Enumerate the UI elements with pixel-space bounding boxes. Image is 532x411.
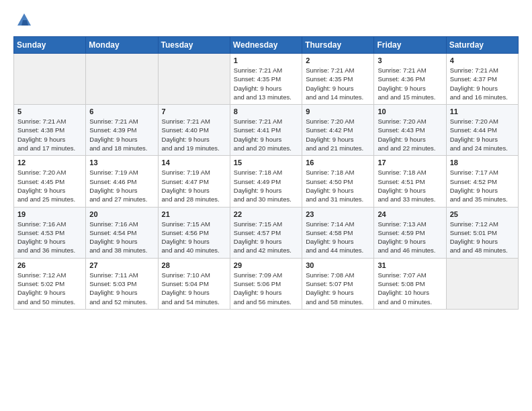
calendar-cell: 23Sunrise: 7:14 AMSunset: 4:58 PMDayligh… <box>302 207 374 258</box>
calendar-week-2: 12Sunrise: 7:20 AMSunset: 4:45 PMDayligh… <box>14 156 519 207</box>
weekday-header-wednesday: Wednesday <box>230 37 302 54</box>
weekday-header-monday: Monday <box>86 37 158 54</box>
day-info: Sunrise: 7:14 AMSunset: 4:58 PMDaylight:… <box>306 220 370 255</box>
calendar-cell: 3Sunrise: 7:21 AMSunset: 4:36 PMDaylight… <box>374 54 446 105</box>
calendar-cell: 13Sunrise: 7:19 AMSunset: 4:46 PMDayligh… <box>86 156 158 207</box>
calendar-cell: 15Sunrise: 7:18 AMSunset: 4:49 PMDayligh… <box>230 156 302 207</box>
day-number: 2 <box>306 56 370 64</box>
calendar-cell <box>158 54 230 105</box>
day-info: Sunrise: 7:21 AMSunset: 4:38 PMDaylight:… <box>17 117 82 152</box>
calendar-week-0: 1Sunrise: 7:21 AMSunset: 4:35 PMDaylight… <box>14 54 519 105</box>
calendar-cell: 29Sunrise: 7:09 AMSunset: 5:06 PMDayligh… <box>230 258 302 309</box>
calendar-cell: 1Sunrise: 7:21 AMSunset: 4:35 PMDaylight… <box>230 54 302 105</box>
day-number: 5 <box>17 107 82 116</box>
calendar-cell: 8Sunrise: 7:21 AMSunset: 4:41 PMDaylight… <box>230 105 302 156</box>
day-info: Sunrise: 7:20 AMSunset: 4:42 PMDaylight:… <box>306 117 370 152</box>
day-info: Sunrise: 7:11 AMSunset: 5:03 PMDaylight:… <box>89 271 154 306</box>
day-info: Sunrise: 7:21 AMSunset: 4:39 PMDaylight:… <box>89 117 154 152</box>
calendar-cell: 26Sunrise: 7:12 AMSunset: 5:02 PMDayligh… <box>14 258 86 309</box>
calendar-cell: 2Sunrise: 7:21 AMSunset: 4:35 PMDaylight… <box>302 54 374 105</box>
day-number: 20 <box>89 210 154 218</box>
day-number: 17 <box>378 158 442 167</box>
calendar-cell <box>14 54 86 105</box>
day-number: 23 <box>306 210 370 218</box>
calendar-cell: 14Sunrise: 7:19 AMSunset: 4:47 PMDayligh… <box>158 156 230 207</box>
day-number: 9 <box>306 107 370 116</box>
day-info: Sunrise: 7:16 AMSunset: 4:54 PMDaylight:… <box>89 220 154 255</box>
day-number: 4 <box>450 56 515 64</box>
calendar-cell: 18Sunrise: 7:17 AMSunset: 4:52 PMDayligh… <box>446 156 518 207</box>
calendar-cell: 10Sunrise: 7:20 AMSunset: 4:43 PMDayligh… <box>374 105 446 156</box>
day-info: Sunrise: 7:18 AMSunset: 4:50 PMDaylight:… <box>306 168 370 203</box>
day-info: Sunrise: 7:21 AMSunset: 4:35 PMDaylight:… <box>234 66 298 101</box>
day-number: 30 <box>306 261 370 269</box>
calendar-cell: 24Sunrise: 7:13 AMSunset: 4:59 PMDayligh… <box>374 207 446 258</box>
calendar-header-row: SundayMondayTuesdayWednesdayThursdayFrid… <box>14 37 519 54</box>
day-number: 3 <box>378 56 442 64</box>
calendar-cell: 21Sunrise: 7:15 AMSunset: 4:56 PMDayligh… <box>158 207 230 258</box>
weekday-header-tuesday: Tuesday <box>158 37 230 54</box>
day-info: Sunrise: 7:21 AMSunset: 4:40 PMDaylight:… <box>162 117 226 152</box>
day-number: 21 <box>162 210 226 218</box>
weekday-header-friday: Friday <box>374 37 446 54</box>
calendar-week-1: 5Sunrise: 7:21 AMSunset: 4:38 PMDaylight… <box>14 105 519 156</box>
calendar-cell: 22Sunrise: 7:15 AMSunset: 4:57 PMDayligh… <box>230 207 302 258</box>
day-info: Sunrise: 7:12 AMSunset: 5:02 PMDaylight:… <box>17 271 82 306</box>
calendar-cell: 19Sunrise: 7:16 AMSunset: 4:53 PMDayligh… <box>14 207 86 258</box>
day-number: 31 <box>378 261 442 269</box>
calendar-cell: 28Sunrise: 7:10 AMSunset: 5:04 PMDayligh… <box>158 258 230 309</box>
logo <box>13 11 34 30</box>
day-number: 24 <box>378 210 442 218</box>
day-info: Sunrise: 7:15 AMSunset: 4:56 PMDaylight:… <box>162 220 226 255</box>
logo-icon <box>15 11 34 30</box>
calendar-cell: 6Sunrise: 7:21 AMSunset: 4:39 PMDaylight… <box>86 105 158 156</box>
day-number: 29 <box>234 261 298 269</box>
day-info: Sunrise: 7:15 AMSunset: 4:57 PMDaylight:… <box>234 220 298 255</box>
day-info: Sunrise: 7:07 AMSunset: 5:08 PMDaylight:… <box>378 271 442 306</box>
day-info: Sunrise: 7:19 AMSunset: 4:47 PMDaylight:… <box>162 168 226 203</box>
calendar-cell: 30Sunrise: 7:08 AMSunset: 5:07 PMDayligh… <box>302 258 374 309</box>
day-info: Sunrise: 7:21 AMSunset: 4:41 PMDaylight:… <box>234 117 298 152</box>
day-number: 28 <box>162 261 226 269</box>
day-number: 26 <box>17 261 82 269</box>
day-number: 11 <box>450 107 515 116</box>
weekday-header-thursday: Thursday <box>302 37 374 54</box>
day-number: 25 <box>450 210 515 218</box>
day-info: Sunrise: 7:18 AMSunset: 4:51 PMDaylight:… <box>378 168 442 203</box>
day-number: 10 <box>378 107 442 116</box>
day-number: 13 <box>89 158 154 167</box>
day-number: 19 <box>17 210 82 218</box>
calendar-week-4: 26Sunrise: 7:12 AMSunset: 5:02 PMDayligh… <box>14 258 519 309</box>
day-info: Sunrise: 7:21 AMSunset: 4:35 PMDaylight:… <box>306 66 370 101</box>
day-info: Sunrise: 7:19 AMSunset: 4:46 PMDaylight:… <box>89 168 154 203</box>
weekday-header-sunday: Sunday <box>14 37 86 54</box>
day-info: Sunrise: 7:20 AMSunset: 4:43 PMDaylight:… <box>378 117 442 152</box>
day-number: 18 <box>450 158 515 167</box>
calendar-cell: 5Sunrise: 7:21 AMSunset: 4:38 PMDaylight… <box>14 105 86 156</box>
calendar-cell: 25Sunrise: 7:12 AMSunset: 5:01 PMDayligh… <box>446 207 518 258</box>
calendar-table: SundayMondayTuesdayWednesdayThursdayFrid… <box>13 36 519 310</box>
day-number: 6 <box>89 107 154 116</box>
day-info: Sunrise: 7:21 AMSunset: 4:36 PMDaylight:… <box>378 66 442 101</box>
day-number: 22 <box>234 210 298 218</box>
day-number: 7 <box>162 107 226 116</box>
calendar-cell: 20Sunrise: 7:16 AMSunset: 4:54 PMDayligh… <box>86 207 158 258</box>
calendar-cell: 31Sunrise: 7:07 AMSunset: 5:08 PMDayligh… <box>374 258 446 309</box>
day-number: 15 <box>234 158 298 167</box>
weekday-header-saturday: Saturday <box>446 37 518 54</box>
day-info: Sunrise: 7:20 AMSunset: 4:44 PMDaylight:… <box>450 117 515 152</box>
day-number: 12 <box>17 158 82 167</box>
page: SundayMondayTuesdayWednesdayThursdayFrid… <box>0 0 532 320</box>
calendar-cell: 27Sunrise: 7:11 AMSunset: 5:03 PMDayligh… <box>86 258 158 309</box>
day-number: 27 <box>89 261 154 269</box>
day-info: Sunrise: 7:09 AMSunset: 5:06 PMDaylight:… <box>234 271 298 306</box>
day-info: Sunrise: 7:08 AMSunset: 5:07 PMDaylight:… <box>306 271 370 306</box>
calendar-cell: 17Sunrise: 7:18 AMSunset: 4:51 PMDayligh… <box>374 156 446 207</box>
day-number: 16 <box>306 158 370 167</box>
day-info: Sunrise: 7:10 AMSunset: 5:04 PMDaylight:… <box>162 271 226 306</box>
calendar-cell: 9Sunrise: 7:20 AMSunset: 4:42 PMDaylight… <box>302 105 374 156</box>
day-number: 1 <box>234 56 298 64</box>
calendar-cell: 4Sunrise: 7:21 AMSunset: 4:37 PMDaylight… <box>446 54 518 105</box>
calendar-cell <box>446 258 518 309</box>
day-info: Sunrise: 7:16 AMSunset: 4:53 PMDaylight:… <box>17 220 82 255</box>
